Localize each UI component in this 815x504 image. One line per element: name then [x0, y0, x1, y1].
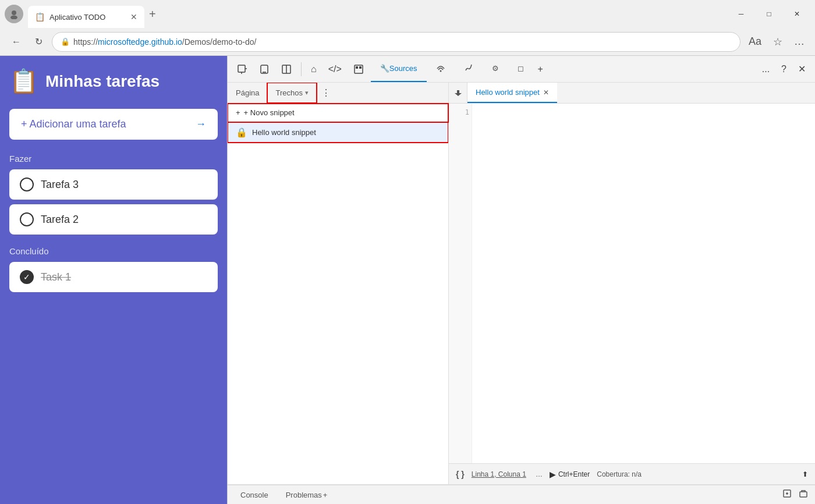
tab-favicon: 📋 [35, 12, 45, 22]
todo-app-icon: 📋 [9, 68, 38, 95]
code-tool-button[interactable]: </> [324, 61, 346, 78]
maximize-button[interactable]: □ [756, 5, 782, 23]
active-tab[interactable]: 📋 Aplicativo TODO ✕ [28, 6, 144, 28]
task-label: Tarefa 2 [41, 214, 79, 226]
help-button[interactable]: ? [777, 60, 791, 78]
svg-rect-2 [238, 65, 245, 72]
sources-tab[interactable]: 🔧 Sources [371, 56, 427, 82]
snippet-lock-icon: 🔒 [236, 127, 247, 138]
run-snippet-button[interactable]: ▶ Ctrl+Enter [550, 470, 590, 479]
layout-tool-button[interactable] [349, 61, 368, 78]
favorites-button[interactable]: ☆ [770, 33, 786, 51]
editor-tab-label: Hello world snippet [476, 88, 540, 97]
cursor-position: Linha 1, Coluna 1 [472, 470, 526, 478]
new-tab-button[interactable]: + [149, 8, 156, 21]
task-item[interactable]: Tarefa 2 [9, 204, 218, 235]
new-snippet-label: + Novo snippet [244, 108, 295, 117]
svg-point-1 [10, 16, 17, 20]
add-task-button[interactable]: + Adicionar uma tarefa → [9, 109, 218, 140]
add-tab-button[interactable]: + [533, 61, 548, 78]
task-item-done[interactable]: ✓ Task 1 [9, 262, 218, 292]
split-pane-button[interactable] [277, 61, 296, 78]
minimize-button[interactable]: ─ [728, 5, 754, 23]
snippet-list: 🔒 Hello world snippet [228, 122, 448, 484]
pagina-tab-label: Página [236, 88, 259, 97]
url-domain: microsoftedge.github.io [98, 37, 182, 47]
close-button[interactable]: ✕ [784, 5, 810, 23]
sources-subtabs: Página Trechos ▾ ⋮ [228, 83, 448, 104]
todo-app: 📋 Minhas tarefas + Adicionar uma tarefa … [0, 56, 227, 504]
position-dots: … [536, 470, 543, 478]
add-task-arrow-icon: → [196, 118, 206, 130]
network-tab-icon [436, 63, 445, 74]
tab-bar: 📋 Aplicativo TODO ✕ + [28, 3, 723, 25]
devtools-body: Página Trechos ▾ ⋮ + + Novo snippet [228, 83, 815, 484]
sources-tab-icon: 🔧 [380, 64, 389, 73]
url-bar[interactable]: 🔒 https://microsoftedge.github.io/Demos/… [52, 32, 740, 52]
trechos-subtab[interactable]: Trechos ▾ [267, 83, 316, 103]
trechos-dropdown-arrow: ▾ [305, 89, 309, 97]
editor-area[interactable]: 1 [449, 104, 815, 463]
task-label: Tarefa 3 [41, 179, 79, 191]
read-aloud-button[interactable]: Aa [745, 33, 765, 50]
svg-rect-12 [800, 492, 807, 497]
coverage-label: Cobertura: n/a [597, 470, 642, 478]
home-tool-button[interactable]: ⌂ [306, 61, 321, 78]
tab-title: Aplicativo TODO [49, 13, 126, 22]
console-tab[interactable]: Console [232, 485, 277, 504]
editor-active-tab[interactable]: Hello world snippet ✕ [467, 83, 557, 103]
performance-tab[interactable] [455, 56, 483, 82]
editor-tab-close-button[interactable]: ✕ [543, 88, 549, 97]
more-tools-button[interactable]: ... [757, 60, 774, 78]
editor-gutter: 1 [449, 104, 472, 463]
network-tab[interactable] [427, 56, 455, 82]
toolbar-divider [301, 62, 302, 76]
user-avatar[interactable] [5, 5, 23, 23]
new-snippet-button[interactable]: + + Novo snippet [228, 104, 448, 122]
format-braces-button[interactable]: { } [456, 470, 465, 479]
more-button[interactable]: … [791, 33, 808, 50]
main-content: 📋 Minhas tarefas + Adicionar uma tarefa … [0, 56, 815, 504]
task-item[interactable]: Tarefa 3 [9, 169, 218, 200]
browser-tab-icon: ◻ [518, 64, 524, 73]
inspect-tool-button[interactable] [232, 61, 252, 78]
problems-tab[interactable]: Problemas + [278, 485, 336, 504]
task-checkbox[interactable] [20, 178, 34, 191]
tab-close-button[interactable]: ✕ [130, 12, 137, 22]
editor-tab-bar: Hello world snippet ✕ [449, 83, 815, 104]
run-icon: ▶ [550, 470, 556, 479]
snippet-item-label: Hello world snippet [252, 128, 316, 137]
snippet-item[interactable]: 🔒 Hello world snippet [228, 122, 448, 143]
devtools-left-panel: Página Trechos ▾ ⋮ + + Novo snippet [228, 83, 449, 484]
close-devtools-button[interactable]: ✕ [793, 60, 810, 78]
subtab-more-button[interactable]: ⋮ [317, 87, 335, 98]
refresh-button[interactable]: ↻ [30, 34, 47, 49]
svg-rect-8 [356, 66, 358, 69]
device-emulation-button[interactable] [254, 61, 274, 78]
todo-app-title: Minhas tarefas [45, 72, 160, 91]
performance-tab-icon [464, 63, 473, 74]
section-fazer-label: Fazer [9, 154, 218, 164]
devtools-tabs: 🔧 Sources ⚙ ◻ [371, 56, 755, 82]
dock-button[interactable] [780, 487, 794, 503]
section-concluido-label: Concluído [9, 246, 218, 256]
problems-add-icon: + [323, 491, 328, 499]
settings-tab[interactable]: ⚙ [483, 56, 508, 82]
task-label-done: Task 1 [41, 271, 71, 283]
devtools-bottom-bar: { } Linha 1, Coluna 1 … ▶ Ctrl+Enter Cob… [449, 463, 815, 484]
url-path: /Demos/demo-to-do/ [182, 37, 257, 47]
editor-back-button[interactable] [449, 83, 467, 104]
task-checkbox[interactable] [20, 212, 34, 226]
svg-point-0 [12, 10, 16, 15]
url-protocol: https:// [73, 37, 98, 47]
pagina-subtab[interactable]: Página [228, 83, 267, 103]
upload-button[interactable]: ⬆ [802, 470, 808, 478]
title-bar: 📋 Aplicativo TODO ✕ + ─ □ ✕ [0, 0, 815, 28]
undock-button[interactable] [796, 487, 810, 503]
browser-tab[interactable]: ◻ [508, 56, 533, 82]
task-checkbox-done[interactable]: ✓ [20, 270, 34, 284]
back-button[interactable]: ← [7, 34, 26, 49]
editor-content[interactable] [472, 104, 815, 463]
add-task-label: + Adicionar uma tarefa [21, 118, 126, 130]
address-bar: ← ↻ 🔒 https://microsoftedge.github.io/De… [0, 28, 815, 56]
